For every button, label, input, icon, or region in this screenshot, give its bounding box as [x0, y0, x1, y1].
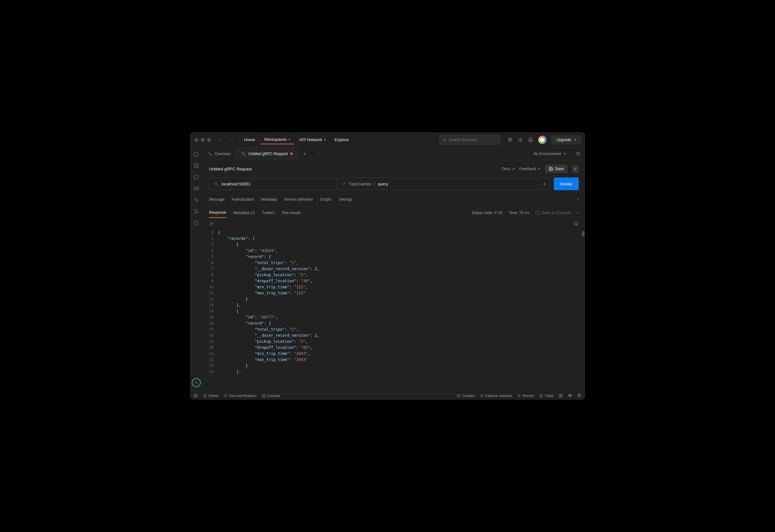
request-tabs-expand[interactable]: ▾: [577, 194, 579, 205]
body: Overview Untitled gRPC Request No Enviro: [190, 147, 585, 391]
svg-point-51: [458, 395, 458, 395]
svg-rect-48: [262, 394, 265, 397]
environment-selector[interactable]: No Environment ▾: [528, 147, 571, 160]
search-response-icon[interactable]: [574, 221, 579, 226]
code-line: 5 "record": {: [209, 254, 579, 260]
close-window[interactable]: [194, 138, 198, 142]
nav-api-network[interactable]: API Network ▾: [295, 135, 329, 144]
search-box[interactable]: [440, 135, 500, 145]
avatar[interactable]: [538, 136, 547, 144]
tab-trailers[interactable]: Trailers: [262, 208, 275, 218]
response-body[interactable]: 1{2 "records": [3 {4 "id": "42824",5 "re…: [203, 230, 585, 391]
code-line: 19 "pickup_location": "2",: [209, 339, 579, 345]
flows-icon[interactable]: [193, 209, 199, 214]
capture-requests[interactable]: Capture requests: [480, 394, 512, 398]
nav-back[interactable]: ←: [219, 137, 224, 143]
nav-workspaces-label: Workspaces: [264, 137, 287, 142]
code-line: 23 }: [209, 363, 579, 369]
scrollbar-thumb[interactable]: [582, 231, 585, 237]
maximize-window[interactable]: [207, 138, 211, 142]
request-header: Untitled gRPC Request Docs ↗ Feedback ↗ …: [203, 160, 585, 177]
tab-overview[interactable]: Overview: [203, 147, 236, 160]
tab-response[interactable]: Response: [209, 208, 226, 218]
trash-button[interactable]: Trash: [539, 394, 554, 398]
tab-scripts[interactable]: Scripts: [320, 194, 332, 205]
tab-settings[interactable]: Settings: [339, 194, 352, 205]
history-icon[interactable]: [193, 220, 199, 226]
environments-icon[interactable]: [193, 174, 199, 180]
collections-icon[interactable]: [193, 151, 199, 157]
method-selector[interactable]: TripsCaches / query ▾: [337, 178, 550, 190]
svg-point-6: [194, 164, 195, 165]
tab-metadata[interactable]: Metadata: [261, 194, 277, 205]
upgrade-button[interactable]: Upgrade ▾: [552, 135, 581, 144]
svg-rect-24: [242, 152, 243, 154]
urlbar: localhost:50051 TripsCaches / query ▾: [209, 177, 550, 190]
search-icon: [443, 138, 446, 142]
save-button[interactable]: Save: [545, 165, 568, 173]
service-name: TripsCaches: [348, 182, 371, 186]
code-line: 15 "id": "46777",: [209, 314, 579, 320]
svg-point-7: [197, 164, 198, 165]
environment-quicklook[interactable]: [571, 147, 585, 160]
request-links: Docs ↗ Feedback ↗ Save ▾: [502, 165, 579, 173]
code-line: 14 {: [209, 308, 579, 314]
search-input[interactable]: [449, 138, 497, 142]
tab-response-metadata[interactable]: Metadata (2): [233, 208, 255, 218]
cookies-label: Cookies: [462, 394, 475, 398]
cookies-button[interactable]: Cookies: [457, 394, 475, 398]
sidebar-toggle[interactable]: [194, 393, 198, 398]
tab-message[interactable]: Message: [209, 194, 225, 205]
code-line: 22 "max_trip_time": "2043": [209, 357, 579, 363]
tab-test-results[interactable]: Test results: [282, 208, 301, 218]
help-icon[interactable]: [577, 393, 581, 398]
svg-point-8: [194, 167, 195, 168]
monitors-icon[interactable]: [193, 197, 199, 203]
code-line: 8 "pickup_location": "2",: [209, 272, 579, 278]
method-name: query: [377, 182, 388, 186]
apis-icon[interactable]: [193, 163, 199, 169]
nav-explore[interactable]: Explore: [331, 135, 352, 144]
mock-servers-icon[interactable]: [193, 186, 199, 191]
find-replace[interactable]: Find and Replace: [224, 394, 256, 398]
two-pane-icon[interactable]: [559, 393, 563, 398]
nav-forward[interactable]: →: [229, 137, 234, 143]
tab-service-definition[interactable]: Service definition: [284, 194, 313, 205]
save-as-example[interactable]: Save as Example: [535, 211, 571, 215]
tab-grpc-request[interactable]: Untitled gRPC Request: [236, 147, 298, 160]
wrap-lines-icon[interactable]: [209, 221, 214, 226]
svg-line-47: [226, 396, 227, 397]
code-line: 17 "total_trips": "1",: [209, 327, 579, 333]
unary-icon: [341, 182, 346, 186]
code-line: 12 }: [209, 296, 579, 302]
console-toggle[interactable]: Console: [262, 394, 280, 398]
invite-icon[interactable]: [508, 137, 513, 142]
svg-rect-33: [577, 153, 580, 155]
save-icon: [549, 167, 553, 171]
tabbar: Overview Untitled gRPC Request No Enviro: [203, 147, 585, 160]
new-tab-button[interactable]: [298, 147, 311, 160]
invoke-button[interactable]: Invoke: [554, 177, 579, 190]
server-url-input[interactable]: localhost:50051: [209, 178, 337, 190]
urlbar-row: localhost:50051 TripsCaches / query ▾ In…: [203, 177, 585, 194]
server-url-value: localhost:50051: [221, 182, 250, 186]
response-toolbar: [203, 218, 585, 230]
trash-label: Trash: [545, 394, 554, 398]
response-collapse[interactable]: ▾: [577, 211, 579, 215]
docs-link[interactable]: Docs ↗: [502, 167, 515, 171]
tab-authorization[interactable]: Authorization: [232, 194, 254, 205]
tab-grpc-label: Untitled gRPC Request: [248, 152, 288, 156]
bootcamp-icon[interactable]: [568, 393, 572, 398]
tab-more-button[interactable]: [311, 147, 325, 160]
notifications-icon[interactable]: [528, 137, 533, 142]
save-options[interactable]: ▾: [572, 165, 579, 173]
feedback-link[interactable]: Feedback ↗: [520, 167, 541, 171]
minimize-window[interactable]: [201, 138, 204, 142]
code-line: 10 "min_trip_time": "115",: [209, 284, 579, 290]
runner-button[interactable]: Runner: [517, 394, 534, 398]
online-status[interactable]: Online: [203, 394, 219, 398]
settings-icon[interactable]: [518, 137, 523, 142]
nav-home[interactable]: Home: [240, 135, 259, 144]
nav-workspaces[interactable]: Workspaces ▾: [260, 135, 294, 144]
bootcamp-icon[interactable]: [192, 378, 201, 387]
